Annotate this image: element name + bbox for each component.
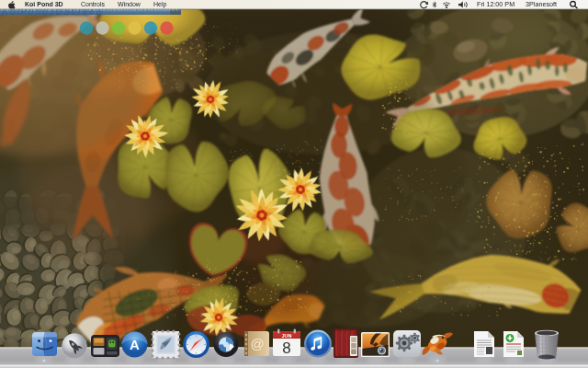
svg-text:@: @ [250, 336, 264, 351]
svg-text:JUN: JUN [281, 333, 291, 339]
svg-text:Koi Pond 3D: Koi Pond 3D [25, 1, 63, 7]
svg-text:Controls: Controls [81, 1, 106, 7]
svg-text:8: 8 [282, 339, 290, 357]
svg-text:Fri 12:00 PM: Fri 12:00 PM [477, 0, 514, 8]
svg-text:Window: Window [118, 1, 141, 7]
svg-text:Help: Help [153, 1, 167, 8]
svg-text:3Planesoft: 3Planesoft [526, 0, 557, 8]
